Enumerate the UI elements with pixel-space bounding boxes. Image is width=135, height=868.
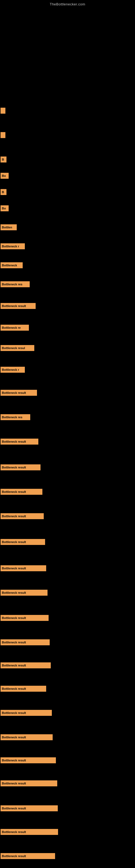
bottleneck-bar: Bottleneck result <box>1 439 38 444</box>
bar-row: Bo <box>1 205 135 211</box>
bottleneck-bar: Bottleneck result <box>1 829 58 835</box>
bottleneck-bar: Bottleneck result <box>1 853 55 859</box>
bar-row: Bottleneck result <box>1 390 135 396</box>
bar-row: Bottleneck result <box>1 513 135 519</box>
bottleneck-bar: Bottlen <box>1 224 17 230</box>
bar-row: Bottleneck result <box>1 805 135 811</box>
bar-row: Bottleneck result <box>1 853 135 859</box>
bar-row: Bottleneck result <box>1 662 135 669</box>
bottleneck-bar: Bottleneck result <box>1 303 36 309</box>
bar-row: Bottleneck result <box>1 829 135 835</box>
bottleneck-bar: B <box>1 156 6 162</box>
bottleneck-bar: Bottleneck result <box>1 805 58 811</box>
site-title: TheBottlenecker.com <box>0 0 135 7</box>
bottleneck-bar: Bottleneck result <box>1 489 42 495</box>
bottleneck-bar: Bottleneck result <box>1 734 53 740</box>
bar-row: Bottleneck result <box>1 734 135 740</box>
bar-row: B <box>1 156 135 162</box>
bar-row: Bo <box>1 173 135 179</box>
bar-row: Bottleneck result <box>1 639 135 645</box>
bar-row: Bottleneck result <box>1 686 135 692</box>
bottleneck-bar <box>1 108 5 114</box>
bottleneck-bar: Bottleneck resul <box>1 345 34 351</box>
bar-row: Bottleneck result <box>1 590 135 596</box>
bottleneck-bar: Bottleneck result <box>1 390 37 396</box>
bar-row: Bottleneck res <box>1 414 135 420</box>
bar-row: Bottleneck result <box>1 464 135 470</box>
bottleneck-bar: Bottleneck <box>1 262 23 268</box>
bar-row: Bottleneck r <box>1 243 135 249</box>
bottleneck-bar: Bottleneck re <box>1 325 29 331</box>
bar-row: Bottleneck result <box>1 303 135 309</box>
bar-row: Bottleneck result <box>1 710 135 716</box>
bottleneck-bar <box>1 132 5 138</box>
bar-row <box>1 108 135 114</box>
bottleneck-bar: Bottleneck res <box>1 281 30 287</box>
bottleneck-bar: Bottleneck result <box>1 686 46 692</box>
bottleneck-bar: Bottleneck r <box>1 367 25 373</box>
bar-row: B <box>1 189 135 195</box>
bottleneck-bar: Bo <box>1 173 9 179</box>
bottleneck-bar: Bottleneck result <box>1 565 46 571</box>
bar-row: Bottleneck result <box>1 565 135 571</box>
bar-row: Bottleneck resul <box>1 345 135 351</box>
bar-row: Bottleneck result <box>1 615 135 621</box>
bottleneck-bar: Bottleneck result <box>1 539 45 545</box>
bottleneck-bar: Bo <box>1 205 9 211</box>
bottleneck-bar: Bottleneck res <box>1 414 30 420</box>
bar-row: Bottleneck result <box>1 489 135 495</box>
bar-row: Bottleneck r <box>1 367 135 373</box>
bottleneck-bar: Bottleneck result <box>1 590 48 596</box>
bar-row: Bottleneck re <box>1 325 135 331</box>
bar-row: Bottleneck result <box>1 757 135 763</box>
bar-row: Bottleneck <box>1 262 135 268</box>
bottleneck-bar: Bottleneck result <box>1 615 49 621</box>
bottleneck-bar: B <box>1 189 6 195</box>
bar-row: Bottleneck result <box>1 780 135 786</box>
bar-row: Bottlen <box>1 224 135 230</box>
bottleneck-bar: Bottleneck result <box>1 757 56 763</box>
bottleneck-bar: Bottleneck result <box>1 662 51 669</box>
bottleneck-bar: Bottleneck result <box>1 513 44 519</box>
bottleneck-bar: Bottleneck r <box>1 243 25 249</box>
bottleneck-bar: Bottleneck result <box>1 710 52 716</box>
bar-row: Bottleneck result <box>1 539 135 545</box>
bar-row: Bottleneck res <box>1 281 135 287</box>
bottleneck-bar: Bottleneck result <box>1 464 41 470</box>
bar-row <box>1 132 135 138</box>
bottleneck-bar: Bottleneck result <box>1 639 50 645</box>
bottleneck-bar: Bottleneck result <box>1 780 57 786</box>
bar-row: Bottleneck result <box>1 439 135 444</box>
